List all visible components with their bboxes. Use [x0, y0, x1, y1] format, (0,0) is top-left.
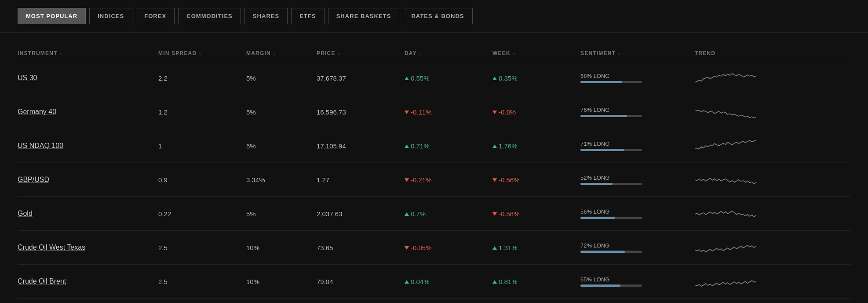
nav-tab-rates-bonds[interactable]: RATES & BONDS: [403, 8, 472, 24]
trend-cell: [695, 103, 791, 121]
top-nav: MOST POPULARINDICESFOREXCOMMODITIESSHARE…: [0, 0, 868, 33]
min-spread-value: 0.22: [158, 210, 246, 218]
nav-tab-forex[interactable]: FOREX: [136, 8, 175, 24]
col-header-week[interactable]: WEEK ⌄: [492, 50, 580, 56]
sentiment-bar-bg: [580, 251, 642, 253]
instrument-name[interactable]: US NDAQ 100: [18, 142, 158, 150]
arrow-up-icon: [492, 144, 497, 148]
nav-tab-share-baskets[interactable]: SHARE BASKETS: [328, 8, 400, 24]
margin-value: 10%: [246, 278, 317, 285]
sort-icon: ⌄: [198, 51, 202, 55]
trend-cell: [695, 273, 791, 290]
sentiment-label: 76% LONG: [580, 107, 695, 113]
week-change: -0.56%: [492, 176, 580, 184]
sort-icon: ⌄: [59, 51, 63, 55]
margin-value: 3.34%: [246, 176, 317, 184]
arrow-down-icon: [492, 212, 497, 216]
table-section: INSTRUMENT ⌄MIN SPREAD ⌄MARGIN ⌄PRICE ⌄D…: [0, 33, 868, 303]
min-spread-value: 2.5: [158, 278, 246, 285]
table-row: US NDAQ 10015%17,105.940.71%1.76%71% LON…: [18, 129, 850, 163]
trend-cell: [695, 205, 791, 222]
sentiment-label: 72% LONG: [580, 242, 695, 249]
sort-icon: ⌄: [273, 51, 277, 55]
table-row: US 302.25%37,678.370.55%0.35%68% LONG: [18, 61, 850, 95]
margin-value: 5%: [246, 142, 317, 150]
instrument-name[interactable]: GBP/USD: [18, 176, 158, 184]
sentiment-cell: 71% LONG: [580, 140, 695, 151]
col-header-price[interactable]: PRICE ⌄: [317, 50, 405, 56]
nav-tab-most-popular[interactable]: MOST POPULAR: [18, 8, 86, 24]
min-spread-value: 1: [158, 142, 246, 150]
sentiment-bar-bg: [580, 217, 642, 219]
col-header-trend: TREND: [695, 50, 791, 56]
sentiment-bar-fill: [580, 115, 627, 117]
price-value: 37,678.37: [317, 74, 405, 82]
week-change: 1.76%: [492, 142, 580, 150]
sentiment-cell: 65% LONG: [580, 276, 695, 287]
sentiment-bar-fill: [580, 81, 622, 83]
table-body: US 302.25%37,678.370.55%0.35%68% LONGGer…: [18, 61, 850, 299]
arrow-down-icon: [405, 246, 409, 250]
sentiment-bar-bg: [580, 81, 642, 83]
sentiment-cell: 76% LONG: [580, 107, 695, 117]
nav-tab-shares[interactable]: SHARES: [244, 8, 288, 24]
instrument-name[interactable]: Crude Oil West Texas: [18, 244, 158, 251]
day-change: 0.55%: [405, 74, 492, 82]
trend-chart: [695, 239, 756, 256]
min-spread-value: 2.2: [158, 74, 246, 82]
col-header-margin[interactable]: MARGIN ⌄: [246, 50, 317, 56]
trend-cell: [695, 137, 791, 155]
col-header-min-spread[interactable]: MIN SPREAD ⌄: [158, 50, 246, 56]
sentiment-bar-fill: [580, 183, 613, 185]
trend-chart: [695, 137, 756, 155]
sentiment-bar-fill: [580, 217, 615, 219]
instrument-name[interactable]: Crude Oil Brent: [18, 277, 158, 285]
trend-chart: [695, 103, 756, 121]
price-value: 16,596.73: [317, 108, 405, 116]
table-row: Germany 401.25%16,596.73-0.11%-0.8%76% L…: [18, 95, 850, 129]
sentiment-label: 71% LONG: [580, 140, 695, 147]
nav-tab-indices[interactable]: INDICES: [89, 8, 132, 24]
sentiment-bar-fill: [580, 149, 624, 151]
sentiment-label: 56% LONG: [580, 208, 695, 215]
sort-icon: ⌄: [617, 51, 621, 55]
trend-chart: [695, 171, 756, 188]
price-value: 73.65: [317, 244, 405, 251]
arrow-down-icon: [492, 111, 497, 114]
sentiment-bar-bg: [580, 285, 642, 287]
nav-tab-commodities[interactable]: COMMODITIES: [178, 8, 241, 24]
arrow-up-icon: [405, 77, 409, 80]
instrument-name[interactable]: Germany 40: [18, 108, 158, 116]
min-spread-value: 1.2: [158, 108, 246, 116]
sort-icon: ⌄: [419, 51, 423, 55]
day-change: -0.21%: [405, 176, 492, 184]
trend-chart: [695, 69, 756, 87]
table-row: Crude Oil Brent2.510%79.040.04%0.81%65% …: [18, 265, 850, 299]
arrow-up-icon: [405, 212, 409, 216]
min-spread-value: 2.5: [158, 244, 246, 251]
col-header-sentiment[interactable]: SENTIMENT ⌄: [580, 50, 695, 56]
day-change: -0.11%: [405, 108, 492, 116]
col-header-instrument[interactable]: INSTRUMENT ⌄: [18, 50, 158, 56]
arrow-up-icon: [492, 77, 497, 80]
sentiment-bar-fill: [580, 251, 625, 253]
week-change: 0.81%: [492, 278, 580, 285]
arrow-up-icon: [405, 280, 409, 284]
price-value: 79.04: [317, 278, 405, 285]
sentiment-label: 65% LONG: [580, 276, 695, 283]
price-value: 2,037.63: [317, 210, 405, 218]
week-change: -0.58%: [492, 210, 580, 218]
price-value: 1.27: [317, 176, 405, 184]
day-change: 0.04%: [405, 278, 492, 285]
nav-tab-etfs[interactable]: ETFS: [291, 8, 324, 24]
margin-value: 10%: [246, 244, 317, 251]
arrow-up-icon: [492, 280, 497, 284]
arrow-up-icon: [492, 246, 497, 250]
sentiment-cell: 72% LONG: [580, 242, 695, 253]
week-change: 0.35%: [492, 74, 580, 82]
instrument-name[interactable]: US 30: [18, 74, 158, 82]
col-header-day[interactable]: DAY ⌄: [405, 50, 492, 56]
instrument-name[interactable]: Gold: [18, 210, 158, 218]
sentiment-label: 68% LONG: [580, 73, 695, 79]
day-change: 0.71%: [405, 142, 492, 150]
